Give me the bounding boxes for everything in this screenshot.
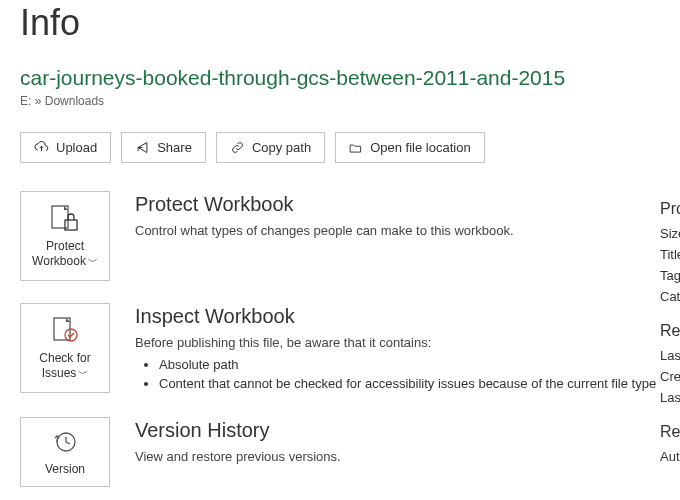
protect-row: Protect Workbook﹀ Protect Workbook Contr… (20, 191, 680, 281)
protect-title: Protect Workbook (135, 193, 680, 216)
properties-header: Pro (660, 200, 680, 218)
check-for-issues-button[interactable]: Check for Issues﹀ (20, 303, 110, 393)
inspect-bullet-2: Content that cannot be checked for acces… (159, 375, 680, 393)
file-name: car-journeys-booked-through-gcs-between-… (20, 66, 680, 90)
protect-card-label: Protect Workbook﹀ (32, 239, 98, 269)
prop-last-printed: Last (660, 390, 680, 405)
prop-created: Crea (660, 369, 680, 384)
copy-path-label: Copy path (252, 140, 311, 155)
version-history-button[interactable]: Version (20, 417, 110, 487)
upload-button[interactable]: Upload (20, 132, 111, 163)
inspect-title: Inspect Workbook (135, 305, 680, 328)
share-icon (135, 140, 150, 155)
related-dates-header: Rel (660, 322, 680, 340)
open-file-location-label: Open file location (370, 140, 470, 155)
upload-label: Upload (56, 140, 97, 155)
cloud-upload-icon (34, 140, 49, 155)
history-title: Version History (135, 419, 680, 442)
page-title: Info (20, 2, 680, 44)
related-people-header: Rel (660, 423, 680, 441)
inspect-bullet-1: Absolute path (159, 356, 680, 374)
share-label: Share (157, 140, 192, 155)
check-document-icon (49, 315, 81, 347)
link-icon (230, 140, 245, 155)
breadcrumb-folder: Downloads (45, 94, 104, 108)
lock-document-icon (49, 203, 81, 235)
prop-author: Auth (660, 449, 680, 464)
prop-categories: Cate (660, 289, 680, 304)
share-button[interactable]: Share (121, 132, 206, 163)
prop-size: Size (660, 226, 680, 241)
chevron-down-icon: ﹀ (88, 256, 98, 267)
history-card-label: Version (45, 462, 85, 477)
breadcrumb[interactable]: E: » Downloads (20, 94, 680, 108)
history-icon (52, 426, 78, 458)
prop-title: Title (660, 247, 680, 262)
inspect-card-label: Check for Issues﹀ (39, 351, 90, 381)
protect-workbook-button[interactable]: Protect Workbook﹀ (20, 191, 110, 281)
open-file-location-button[interactable]: Open file location (335, 132, 484, 163)
history-text: View and restore previous versions. (135, 448, 680, 466)
inspect-intro: Before publishing this file, be aware th… (135, 334, 680, 352)
inspect-row: Check for Issues﹀ Inspect Workbook Befor… (20, 303, 680, 395)
chevron-down-icon: ﹀ (78, 368, 88, 379)
inspect-bullets: Absolute path Content that cannot be che… (159, 356, 680, 393)
prop-tags: Tags (660, 268, 680, 283)
protect-text: Control what types of changes people can… (135, 222, 680, 240)
folder-open-icon (349, 142, 363, 154)
breadcrumb-sep: » (35, 94, 42, 108)
properties-panel: Pro Size Title Tags Cate Rel Last Crea L… (660, 200, 680, 470)
toolbar: Upload Share Copy path Open file locatio… (20, 132, 680, 163)
breadcrumb-drive: E: (20, 94, 31, 108)
history-row: Version Version History View and restore… (20, 417, 680, 487)
copy-path-button[interactable]: Copy path (216, 132, 325, 163)
prop-last-modified: Last (660, 348, 680, 363)
